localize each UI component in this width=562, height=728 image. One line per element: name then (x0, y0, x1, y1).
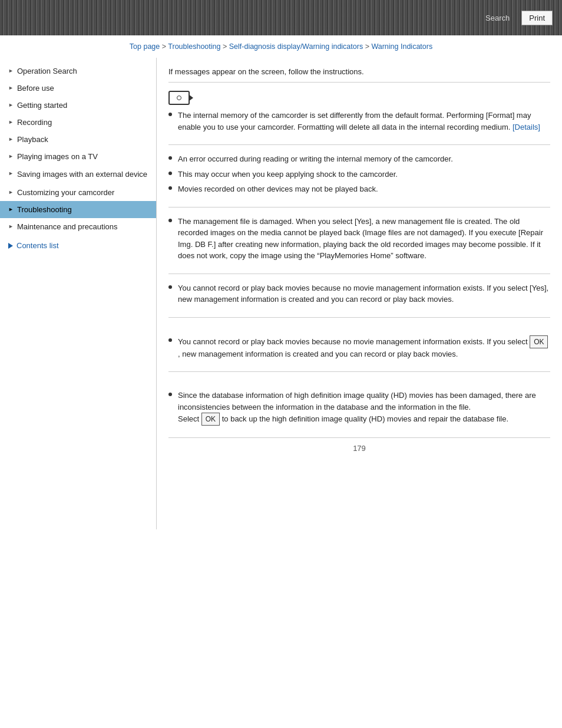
sidebar-label: Playing images on a TV (17, 152, 98, 161)
sidebar-label: Maintenance and precautions (17, 222, 118, 231)
details-link[interactable]: [Details] (513, 123, 540, 131)
sidebar-label: Troubleshooting (17, 205, 72, 214)
list-item: An error occurred during reading or writ… (168, 153, 550, 165)
item-text: You cannot record or play back movies be… (178, 282, 550, 305)
chevron-right-icon: ► (8, 102, 14, 108)
section-3: The management file is damaged. When you… (168, 207, 550, 274)
contents-list-label: Contents list (16, 241, 59, 250)
sidebar-label: Operation Search (17, 67, 77, 75)
breadcrumb-self-diagnosis[interactable]: Self-diagnosis display/Warning indicator… (229, 42, 363, 51)
item-text: You cannot record or play back movies be… (178, 335, 550, 360)
item-text: The internal memory of the camcorder is … (178, 110, 550, 133)
item-text: The management file is damaged. When you… (178, 216, 550, 262)
sidebar-label: Customizing your camcorder (17, 188, 114, 197)
ok-button-inline: OK (530, 335, 548, 348)
chevron-right-icon: ► (8, 223, 14, 229)
chevron-right-icon: ► (8, 189, 14, 195)
page-number: 179 (168, 438, 550, 459)
list-item: Since the database information of high d… (168, 390, 550, 426)
page-layout: ► Operation Search ► Before use ► Gettin… (0, 58, 562, 529)
section-4: You cannot record or play back movies be… (168, 274, 550, 318)
bullet-icon (168, 393, 172, 396)
sidebar-item-saving-images[interactable]: ► Saving images with an external device (0, 165, 156, 184)
item-text: This may occur when you keep applying sh… (178, 169, 398, 180)
ok-button-inline-2: OK (201, 413, 220, 426)
list-item: You cannot record or play back movies be… (168, 335, 550, 360)
arrow-right-icon (8, 243, 13, 249)
search-button[interactable]: Search (478, 11, 517, 25)
sidebar-item-before-use[interactable]: ► Before use (0, 80, 156, 97)
chevron-right-icon: ► (8, 206, 14, 212)
sidebar-label: Playback (17, 135, 48, 144)
sidebar-item-recording[interactable]: ► Recording (0, 114, 156, 131)
section-5: You cannot record or play back movies be… (168, 318, 550, 373)
main-content: If messages appear on the screen, follow… (156, 58, 562, 529)
intro-text: If messages appear on the screen, follow… (168, 58, 550, 83)
chevron-right-icon: ► (8, 68, 14, 74)
camcorder-icon-section (168, 91, 550, 105)
list-item: The management file is damaged. When you… (168, 216, 550, 262)
section-2: An error occurred during reading or writ… (168, 145, 550, 207)
bullet-icon (168, 172, 172, 175)
breadcrumb-top[interactable]: Top page (130, 42, 160, 51)
section-2-list: An error occurred during reading or writ… (168, 153, 550, 195)
sidebar-label: Before use (17, 84, 54, 93)
sidebar-item-customizing[interactable]: ► Customizing your camcorder (0, 184, 156, 201)
bullet-icon (168, 338, 172, 342)
section-4-list: You cannot record or play back movies be… (168, 282, 550, 305)
section-5-list: You cannot record or play back movies be… (168, 335, 550, 360)
sidebar-item-playback[interactable]: ► Playback (0, 131, 156, 148)
sidebar-item-playing-images[interactable]: ► Playing images on a TV (0, 148, 156, 165)
chevron-right-icon: ► (8, 170, 14, 176)
section-1: The internal memory of the camcorder is … (168, 83, 550, 145)
bullet-icon (168, 113, 172, 116)
breadcrumb: Top page > Troubleshooting > Self-diagno… (0, 35, 562, 58)
section-6: Since the database information of high d… (168, 372, 550, 438)
chevron-right-icon: ► (8, 136, 14, 142)
sidebar-item-getting-started[interactable]: ► Getting started (0, 97, 156, 114)
sidebar-item-operation-search[interactable]: ► Operation Search (0, 62, 156, 80)
sidebar-label: Saving images with an external device (17, 169, 147, 180)
chevron-right-icon: ► (8, 119, 14, 125)
breadcrumb-warning-indicators[interactable]: Warning Indicators (371, 42, 432, 51)
bullet-icon (168, 156, 172, 160)
section-1-list: The internal memory of the camcorder is … (168, 110, 550, 133)
chevron-right-icon: ► (8, 153, 14, 159)
camcorder-icon (168, 91, 190, 105)
sidebar-label: Getting started (17, 101, 67, 110)
bullet-icon (168, 285, 172, 289)
bullet-icon (168, 186, 172, 190)
chevron-right-icon: ► (8, 85, 14, 91)
list-item: You cannot record or play back movies be… (168, 282, 550, 305)
list-item: Movies recorded on other devices may not… (168, 183, 550, 195)
print-button[interactable]: Print (521, 11, 553, 25)
sidebar: ► Operation Search ► Before use ► Gettin… (0, 58, 156, 261)
section-3-list: The management file is damaged. When you… (168, 216, 550, 262)
breadcrumb-troubleshooting[interactable]: Troubleshooting (168, 42, 220, 51)
item-text: An error occurred during reading or writ… (178, 153, 453, 165)
item-text: Since the database information of high d… (178, 390, 550, 426)
item-text: Movies recorded on other devices may not… (178, 183, 378, 195)
sidebar-item-troubleshooting[interactable]: ► Troubleshooting (0, 201, 156, 218)
section-6-list: Since the database information of high d… (168, 390, 550, 426)
list-item: This may occur when you keep applying sh… (168, 169, 550, 180)
sidebar-item-maintenance[interactable]: ► Maintenance and precautions (0, 218, 156, 235)
contents-list-link[interactable]: Contents list (0, 235, 156, 256)
header: Search Print (0, 0, 562, 35)
list-item: The internal memory of the camcorder is … (168, 110, 550, 133)
sidebar-label: Recording (17, 118, 52, 127)
bullet-icon (168, 219, 172, 222)
cam-lens-icon (177, 95, 181, 100)
